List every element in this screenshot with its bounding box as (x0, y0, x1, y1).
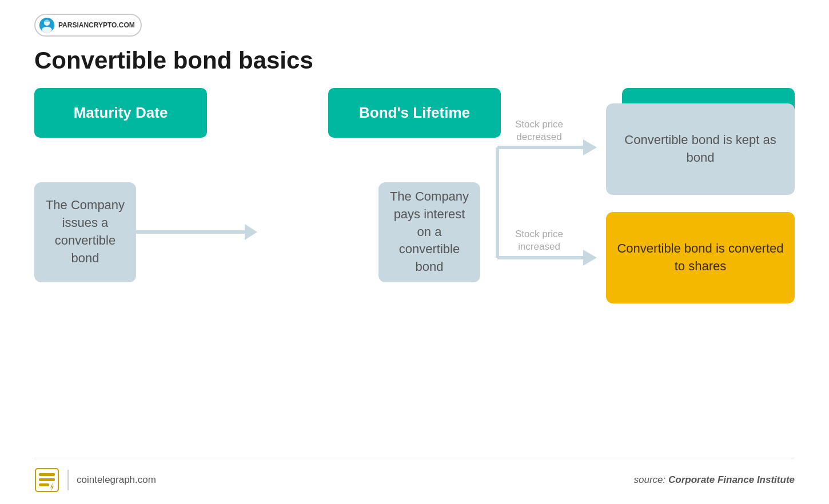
content-flow-row: The Company issues a convertible bond Th… (34, 149, 795, 309)
svg-marker-13 (50, 483, 54, 491)
label-increased: Stock price increased (502, 228, 576, 253)
content-box-interest: The Company pays interest on a convertib… (378, 182, 480, 282)
svg-marker-8 (583, 250, 597, 266)
svg-rect-3 (44, 20, 50, 22)
arrow-h-1 (136, 224, 257, 240)
outcome-box-kept: Convertible bond is kept as bond (606, 103, 795, 195)
footer: cointelegraph.com source: Corporate Fina… (34, 458, 795, 493)
svg-point-2 (42, 27, 52, 33)
header: PARSIANCRYPTO.COM (34, 14, 795, 37)
svg-rect-10 (39, 473, 55, 476)
footer-source-name: Corporate Finance Institute (668, 474, 795, 485)
svg-rect-12 (39, 483, 49, 486)
branch-section: Stock price decreased Stock price increa… (480, 149, 795, 309)
page-title: Convertible bond basics (34, 47, 795, 74)
svg-marker-6 (583, 139, 597, 155)
outcome-box-converted: Convertible bond is converted to shares (606, 212, 795, 303)
arrow-head-1 (245, 224, 257, 240)
footer-source: source: Corporate Finance Institute (633, 474, 795, 486)
page-wrapper: PARSIANCRYPTO.COM Convertible bond basic… (0, 0, 829, 504)
content-box-issues: The Company issues a convertible bond (34, 182, 136, 282)
logo-badge: PARSIANCRYPTO.COM (34, 14, 142, 37)
header-box-lifetime: Bond's Lifetime (328, 88, 501, 138)
diagram: Maturity Date Bond's Lifetime Issuing Da… (34, 88, 795, 458)
logo-text: PARSIANCRYPTO.COM (58, 21, 135, 29)
header-box-maturity: Maturity Date (34, 88, 207, 138)
footer-divider (67, 470, 69, 490)
footer-site: cointelegraph.com (77, 474, 156, 486)
label-decreased: Stock price decreased (502, 118, 576, 143)
logo-icon (39, 17, 55, 33)
arrow-line-1 (136, 230, 245, 234)
cointelegraph-icon (34, 467, 59, 493)
arrow-issues-interest (136, 224, 257, 240)
outcomes-col: Convertible bond is kept as bond Convert… (606, 103, 795, 303)
footer-left: cointelegraph.com (34, 467, 156, 493)
svg-rect-11 (39, 478, 55, 481)
branch-arrows: Stock price decreased Stock price increa… (480, 98, 606, 309)
